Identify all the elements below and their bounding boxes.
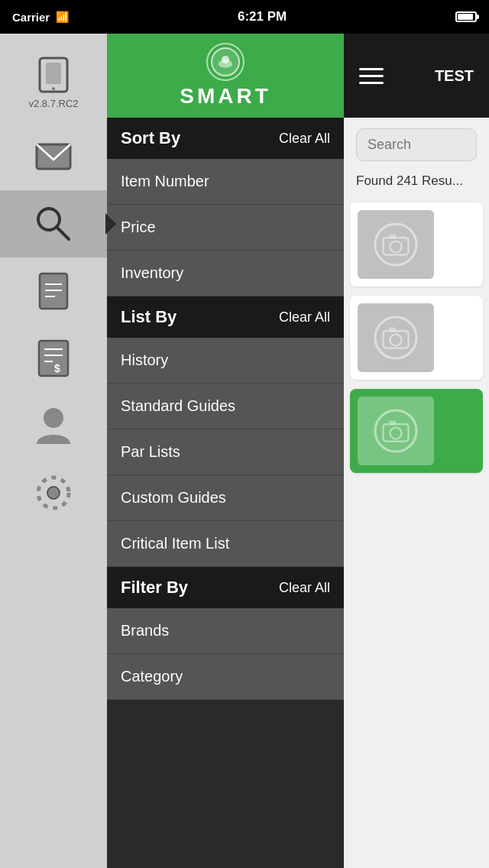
svg-line-5: [57, 227, 69, 239]
svg-point-27: [390, 335, 402, 346]
list-by-header: List By Clear All: [107, 296, 344, 338]
version-label: v2.8.7.RC2: [28, 98, 78, 109]
settings-icon: [34, 473, 73, 513]
list-item-history[interactable]: History: [107, 338, 344, 384]
filter-by-header: Filter By Clear All: [107, 567, 344, 608]
svg-point-23: [390, 241, 402, 253]
battery-fill: [458, 14, 473, 20]
product-card-1[interactable]: [350, 202, 483, 287]
hamburger-line-2: [359, 75, 384, 77]
price-icon: $: [34, 338, 73, 378]
sidebar-item-tablet[interactable]: v2.8.7.RC2: [0, 41, 107, 123]
sidebar-item-price[interactable]: $: [0, 325, 107, 392]
sidebar-item-messages[interactable]: [0, 123, 107, 190]
svg-rect-1: [46, 63, 61, 84]
document-icon: [34, 271, 73, 311]
search-input[interactable]: [368, 137, 465, 153]
carrier-label: Carrier: [12, 11, 50, 24]
right-top-bar: TEST: [344, 34, 489, 118]
menu-header: SMART: [107, 34, 344, 118]
product-image-2: [358, 303, 434, 372]
list-item-critical-item-list[interactable]: Critical Item List: [107, 521, 344, 567]
sidebar-item-document[interactable]: [0, 257, 107, 325]
list-by-clear-all[interactable]: Clear All: [279, 309, 330, 326]
app-logo: [206, 43, 244, 81]
envelope-icon: [34, 137, 73, 177]
sort-item-item-number[interactable]: Item Number: [107, 159, 344, 205]
svg-point-25: [375, 317, 416, 358]
svg-text:$: $: [54, 362, 60, 374]
hamburger-button[interactable]: [359, 68, 384, 84]
hamburger-line-3: [359, 82, 384, 84]
icon-sidebar: v2.8.7.RC2: [0, 34, 107, 868]
sort-by-header: Sort By Clear All: [107, 118, 344, 159]
list-item-standard-guides[interactable]: Standard Guides: [107, 384, 344, 429]
results-count: Found 241 Resu...: [344, 167, 489, 195]
search-icon: [34, 204, 73, 244]
battery-icon: [455, 11, 477, 22]
sort-by-clear-all[interactable]: Clear All: [279, 131, 330, 147]
sort-by-label: Sort By: [121, 128, 180, 148]
profile-icon: [34, 406, 73, 445]
svg-point-2: [52, 87, 55, 90]
product-card-2[interactable]: [350, 296, 483, 380]
search-area: [344, 118, 489, 167]
wifi-icon: 📶: [56, 11, 69, 23]
product-image-1: [358, 210, 434, 279]
list-item-par-lists[interactable]: Par Lists: [107, 429, 344, 475]
filter-item-brands[interactable]: Brands: [107, 608, 344, 654]
svg-rect-28: [389, 328, 396, 332]
list-by-label: List By: [121, 307, 176, 327]
svg-point-21: [375, 224, 416, 265]
sidebar-item-profile[interactable]: [0, 392, 107, 459]
sidebar-item-search[interactable]: [0, 190, 107, 257]
time-label: 6:21 PM: [238, 9, 287, 24]
app-container: v2.8.7.RC2: [0, 34, 489, 868]
product-image-3: [358, 397, 434, 465]
tablet-icon: [34, 55, 73, 95]
svg-point-31: [390, 428, 402, 439]
svg-point-29: [375, 410, 416, 452]
svg-point-20: [222, 56, 229, 63]
right-panel: TEST Found 241 Resu...: [344, 34, 489, 868]
status-bar-left: Carrier 📶: [12, 11, 69, 24]
sidebar-item-settings[interactable]: [0, 459, 107, 526]
filter-item-category[interactable]: Category: [107, 654, 344, 700]
sidebar-arrow: [105, 213, 116, 235]
svg-rect-10: [39, 341, 68, 376]
products-area: [344, 195, 489, 868]
svg-point-15: [44, 408, 63, 428]
test-label: TEST: [435, 67, 474, 85]
status-bar: Carrier 📶 6:21 PM: [0, 0, 489, 34]
filter-by-label: Filter By: [121, 578, 188, 598]
sort-item-inventory[interactable]: Inventory: [107, 251, 344, 296]
menu-panel: SMART Sort By Clear All Item Number Pric…: [107, 34, 344, 868]
product-card-3[interactable]: [350, 389, 483, 473]
search-input-wrap[interactable]: [356, 128, 477, 161]
filter-by-clear-all[interactable]: Clear All: [279, 580, 330, 596]
app-title: SMART: [180, 84, 271, 108]
svg-rect-24: [389, 235, 396, 239]
svg-rect-32: [389, 421, 396, 426]
sort-item-price[interactable]: Price: [107, 205, 344, 251]
status-bar-right: [455, 11, 477, 22]
hamburger-line-1: [359, 68, 384, 70]
list-item-custom-guides[interactable]: Custom Guides: [107, 475, 344, 521]
